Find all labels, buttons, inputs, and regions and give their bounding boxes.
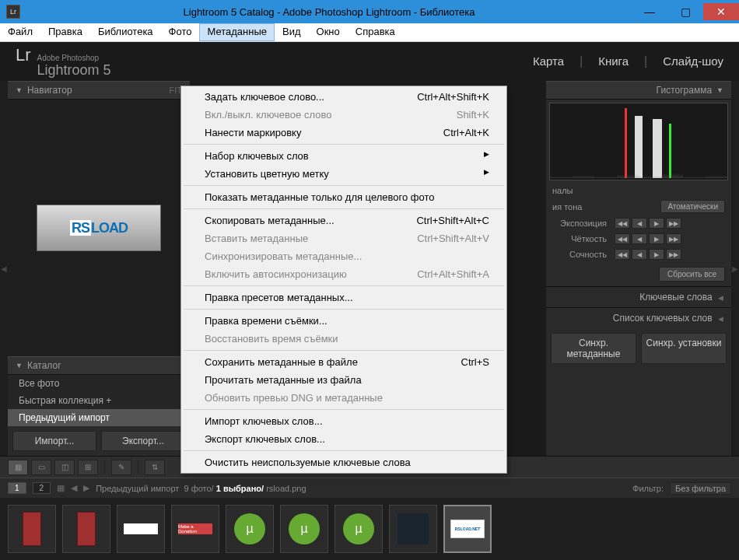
- thumbnail-4[interactable]: µ: [226, 505, 274, 553]
- stepper-button[interactable]: ◀: [632, 218, 647, 229]
- adjust-label: Экспозиция: [552, 219, 607, 228]
- sort-button[interactable]: ⇅: [145, 460, 165, 475]
- menu-item-7[interactable]: Показать метаданные только для целевого …: [183, 188, 505, 206]
- reset-all-button[interactable]: Сбросить все: [659, 267, 725, 282]
- left-edge-grip[interactable]: ◀: [0, 81, 8, 456]
- right-bottom-buttons: Синхр. метаданные Синхр. установки: [546, 328, 731, 369]
- maximize-button[interactable]: ▢: [667, 3, 703, 20]
- adjust-row-2: Сочность◀◀◀▶▶▶: [546, 247, 731, 262]
- logo-lr: Lr: [16, 45, 31, 65]
- menu-item-23[interactable]: Импорт ключевых слов...: [183, 412, 505, 430]
- stepper-button[interactable]: ◀: [632, 249, 647, 260]
- stepper-button[interactable]: ◀: [632, 233, 647, 244]
- thumbnail-7[interactable]: [389, 505, 437, 553]
- stepper-button[interactable]: ▶: [649, 218, 664, 229]
- histogram-header[interactable]: Гистограмма ▼: [546, 81, 731, 100]
- thumbnail-3[interactable]: Make a Donation: [171, 505, 219, 553]
- grid-view-button[interactable]: ▦: [8, 460, 28, 475]
- stepper-button[interactable]: ▶: [649, 233, 664, 244]
- thumbnail-6[interactable]: µ: [334, 505, 383, 553]
- menu-separator: [184, 185, 504, 186]
- menu-item-12: Включить автосинхронизациюCtrl+Alt+Shift…: [183, 265, 505, 283]
- filter-dropdown[interactable]: Без фильтра: [670, 482, 731, 495]
- thumbnail-1[interactable]: [62, 505, 110, 553]
- close-button[interactable]: ✕: [703, 3, 739, 20]
- export-button[interactable]: Экспорт...: [101, 431, 185, 451]
- thumbnail-0[interactable]: [8, 505, 56, 553]
- module-tab-0[interactable]: Карта: [533, 54, 564, 68]
- path-prefix: Предыдущий импорт: [96, 484, 179, 493]
- histogram[interactable]: [549, 103, 728, 180]
- menu-файл[interactable]: Файл: [0, 23, 40, 41]
- painter-tool-button[interactable]: ✎: [111, 460, 131, 475]
- menu-библиотека[interactable]: Библиотека: [90, 23, 161, 41]
- keyword-list-section[interactable]: Список ключевых слов ◀: [546, 307, 731, 328]
- menu-item-14[interactable]: Правка пресетов метаданных...: [183, 289, 505, 306]
- menu-item-24[interactable]: Экспорт ключевых слов...: [183, 430, 505, 448]
- stepper-button[interactable]: ◀◀: [615, 233, 630, 244]
- menu-окно[interactable]: Окно: [309, 23, 348, 41]
- menu-item-16[interactable]: Правка времени съёмки...: [183, 312, 505, 330]
- grid-icon[interactable]: ▦: [57, 483, 65, 493]
- menu-item-label: Правка времени съёмки...: [205, 315, 327, 327]
- stepper-button[interactable]: ▶: [649, 249, 664, 260]
- menu-item-9[interactable]: Скопировать метаданные...Ctrl+Shift+Alt+…: [183, 212, 505, 229]
- module-tab-2[interactable]: Слайд-шоу: [663, 54, 723, 68]
- menu-item-26[interactable]: Очистить неиспользуемые ключевые слова: [183, 453, 505, 471]
- menu-separator: [184, 208, 504, 209]
- menu-separator: [184, 350, 504, 351]
- sync-metadata-button[interactable]: Синхр. метаданные: [551, 333, 636, 364]
- navigator-label: Навигатор: [27, 85, 72, 96]
- stepper-button[interactable]: ▶▶: [666, 233, 681, 244]
- thumbnail-8[interactable]: RSLOAD.NET: [443, 505, 492, 553]
- menu-фото[interactable]: Фото: [161, 23, 200, 41]
- compare-view-button[interactable]: ◫: [54, 460, 75, 475]
- menu-item-label: Включить автосинхронизацию: [205, 268, 347, 280]
- menu-item-19[interactable]: Сохранить метаданные в файлеCtrl+S: [183, 353, 505, 371]
- catalog-header[interactable]: ▼ Каталог: [8, 356, 190, 375]
- menu-item-2[interactable]: Нанести маркировкуCtrl+Alt+K: [183, 124, 505, 142]
- originals-row: налы: [546, 184, 731, 198]
- menu-справка[interactable]: Справка: [348, 23, 403, 41]
- monitor-1-button[interactable]: 1: [8, 482, 26, 494]
- menu-правка[interactable]: Правка: [40, 23, 90, 41]
- right-edge-grip[interactable]: ▶: [731, 81, 739, 456]
- sync-settings-button[interactable]: Синхр. установки: [641, 333, 727, 364]
- nav-forward-button[interactable]: ▶: [83, 483, 89, 493]
- menu-item-0[interactable]: Задать ключевое слово...Ctrl+Alt+Shift+K: [183, 88, 505, 106]
- keywords-section[interactable]: Ключевые слова ◀: [546, 286, 731, 307]
- navigator-preview[interactable]: RSLOAD: [8, 100, 190, 356]
- stepper-button[interactable]: ◀◀: [615, 218, 630, 229]
- monitor-2-button[interactable]: 2: [33, 482, 51, 494]
- logo-main-text: Lightroom 5: [37, 62, 111, 79]
- window-controls: — ▢ ✕: [632, 3, 739, 20]
- filmstrip[interactable]: Make a DonationµµµRSLOAD.NET: [0, 498, 739, 560]
- thumbnail-5[interactable]: µ: [280, 505, 328, 553]
- thumbnail-2[interactable]: [117, 505, 165, 553]
- catalog-item-1[interactable]: Быстрая коллекция +: [8, 392, 190, 409]
- menu-item-label: Экспорт ключевых слов...: [205, 433, 325, 445]
- menu-метаданные[interactable]: Метаданные: [199, 23, 275, 41]
- catalog-item-0[interactable]: Все фото: [8, 375, 190, 392]
- stepper-button[interactable]: ◀◀: [615, 249, 630, 260]
- menu-item-10: Вставить метаданныеCtrl+Shift+Alt+V: [183, 229, 505, 247]
- menu-item-5[interactable]: Установить цветную метку▶: [183, 165, 505, 183]
- loupe-view-button[interactable]: ▭: [31, 460, 51, 475]
- navigator-header[interactable]: ▼ Навигатор FIT: [8, 81, 190, 100]
- catalog-item-2[interactable]: Предыдущий импорт: [8, 409, 190, 426]
- survey-view-button[interactable]: ⊞: [78, 460, 98, 475]
- menu-item-4[interactable]: Набор ключевых слов▶: [183, 147, 505, 165]
- nav-back-button[interactable]: ◀: [71, 483, 77, 493]
- menu-вид[interactable]: Вид: [275, 23, 309, 41]
- auto-tone-button[interactable]: Атоматически: [660, 200, 725, 213]
- menu-item-20[interactable]: Прочитать метаданные из файла: [183, 371, 505, 389]
- originals-label: налы: [552, 186, 573, 195]
- stepper-button[interactable]: ▶▶: [666, 249, 681, 260]
- menu-item-label: Установить цветную метку: [205, 168, 329, 180]
- module-tab-1[interactable]: Книга: [598, 54, 629, 68]
- app-body: Lr Adobe Photoshop Lightroom 5 Карта|Кни…: [0, 42, 739, 560]
- import-button[interactable]: Импорт...: [12, 431, 96, 451]
- stepper-button[interactable]: ▶▶: [666, 218, 681, 229]
- separator: [138, 460, 138, 474]
- minimize-button[interactable]: —: [632, 3, 667, 20]
